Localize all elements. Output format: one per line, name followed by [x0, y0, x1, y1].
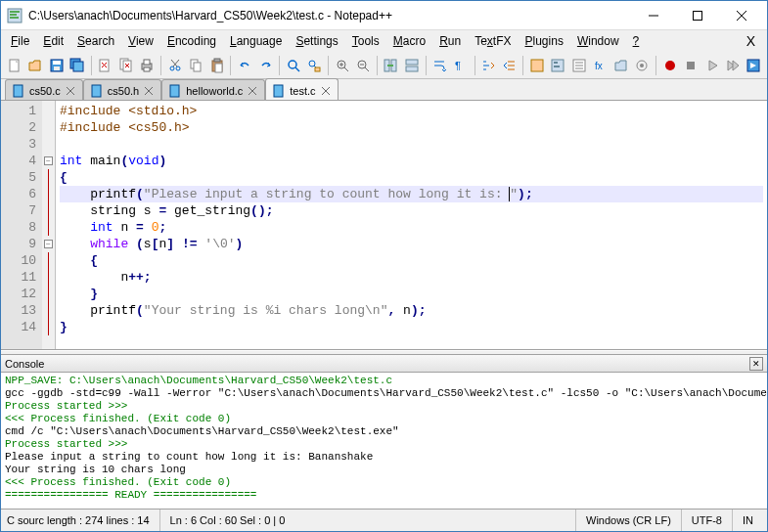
redo-icon[interactable] — [256, 55, 275, 76]
fold-margin[interactable]: −− — [42, 101, 56, 349]
secondary-close-icon[interactable]: X — [739, 33, 763, 49]
zoom-out-icon[interactable] — [353, 55, 372, 76]
console-output[interactable]: NPP_SAVE: C:\Users\anach\Documents\Harva… — [1, 373, 767, 510]
svg-rect-48 — [406, 66, 418, 71]
menu-encoding[interactable]: Encoding — [161, 32, 222, 50]
svg-line-34 — [295, 67, 299, 71]
play-multi-icon[interactable] — [723, 55, 742, 76]
code-area[interactable]: #include <stdio.h>#include <cs50.h>int m… — [56, 101, 767, 349]
doc-map-icon[interactable] — [549, 55, 567, 76]
menu-run[interactable]: Run — [433, 32, 467, 50]
tab-label: cs50.h — [108, 85, 139, 97]
svg-rect-73 — [92, 85, 101, 97]
svg-rect-29 — [194, 63, 201, 71]
svg-rect-3 — [10, 17, 19, 19]
menu-help[interactable]: ? — [627, 32, 646, 50]
menu-window[interactable]: Window — [571, 32, 625, 50]
tabbar: cs50.ccs50.hhelloworld.ctest.c — [1, 79, 767, 101]
copy-icon[interactable] — [187, 55, 205, 76]
outdent-icon[interactable] — [500, 55, 519, 76]
status-eol[interactable]: Windows (CR LF) — [575, 510, 681, 531]
console-close-icon[interactable]: ✕ — [749, 357, 763, 371]
tab-label: test.c — [290, 85, 315, 97]
find-icon[interactable] — [284, 55, 302, 76]
tab-close-icon[interactable] — [143, 85, 155, 97]
menu-settings[interactable]: Settings — [290, 32, 343, 50]
line-number-gutter: 1234567891011121314 — [1, 101, 42, 349]
show-all-chars-icon[interactable]: ¶ — [451, 55, 470, 76]
tab-cs50-h[interactable]: cs50.h — [83, 79, 161, 100]
cut-icon[interactable] — [165, 55, 184, 76]
svg-rect-70 — [14, 85, 23, 97]
tab-test-c[interactable]: test.c — [265, 78, 338, 100]
status-length: C sourc length : 274 lines : 14 — [5, 510, 159, 531]
tab-helloworld-c[interactable]: helloworld.c — [161, 79, 265, 100]
menu-file[interactable]: File — [5, 32, 35, 50]
svg-rect-59 — [554, 66, 560, 67]
sync-h-icon[interactable] — [402, 55, 421, 76]
save-icon[interactable] — [47, 55, 66, 76]
menu-search[interactable]: Search — [71, 32, 120, 50]
replace-icon[interactable] — [305, 55, 324, 76]
tab-close-icon[interactable] — [247, 85, 258, 97]
svg-rect-23 — [144, 67, 150, 71]
record-macro-icon[interactable] — [660, 55, 679, 76]
doc-list-icon[interactable] — [569, 55, 588, 76]
indent-guide-icon[interactable] — [478, 55, 497, 76]
svg-rect-10 — [53, 61, 61, 65]
menu-macro[interactable]: Macro — [387, 32, 431, 50]
svg-line-44 — [365, 67, 369, 71]
tab-close-icon[interactable] — [320, 85, 332, 97]
udl-icon[interactable] — [527, 55, 546, 76]
maximize-button[interactable] — [675, 1, 719, 29]
sync-v-icon[interactable] — [382, 55, 400, 76]
tab-cs50-c[interactable]: cs50.c — [5, 79, 83, 100]
menu-tools[interactable]: Tools — [346, 32, 385, 50]
new-file-icon[interactable] — [5, 55, 23, 76]
close-file-icon[interactable] — [96, 55, 114, 76]
titlebar[interactable]: C:\Users\anach\Documents\Harvard_CS50\We… — [1, 1, 767, 30]
monitor-icon[interactable] — [633, 55, 652, 76]
minimize-button[interactable] — [631, 1, 675, 29]
stop-macro-icon[interactable] — [681, 55, 700, 76]
menu-textfx[interactable]: TextFX — [469, 32, 517, 50]
status-encoding[interactable]: UTF-8 — [681, 510, 732, 531]
svg-rect-56 — [531, 60, 543, 71]
file-icon — [168, 84, 182, 98]
zoom-in-icon[interactable] — [333, 55, 351, 76]
close-button[interactable] — [719, 1, 763, 29]
svg-rect-76 — [170, 85, 179, 97]
menu-edit[interactable]: Edit — [37, 32, 69, 50]
app-icon — [7, 8, 23, 23]
svg-rect-68 — [687, 62, 695, 69]
play-macro-icon[interactable] — [702, 55, 721, 76]
tab-label: helloworld.c — [186, 85, 243, 97]
svg-rect-32 — [215, 64, 222, 72]
close-all-icon[interactable] — [116, 55, 135, 76]
svg-rect-37 — [315, 67, 320, 71]
menu-language[interactable]: Language — [224, 32, 288, 50]
wordwrap-icon[interactable] — [430, 55, 449, 76]
tab-label: cs50.c — [29, 85, 61, 97]
menu-view[interactable]: View — [122, 32, 159, 50]
svg-text:¶: ¶ — [455, 60, 461, 71]
save-all-icon[interactable] — [68, 55, 86, 76]
open-file-icon[interactable] — [25, 55, 44, 76]
toolbar: ¶ fx — [1, 52, 767, 79]
func-list-icon[interactable]: fx — [591, 55, 610, 76]
undo-icon[interactable] — [235, 55, 253, 76]
file-icon — [90, 84, 104, 98]
svg-point-66 — [640, 64, 644, 67]
editor[interactable]: 1234567891011121314 −− #include <stdio.h… — [1, 101, 767, 350]
svg-rect-31 — [214, 59, 220, 62]
console-header[interactable]: Console ✕ — [1, 355, 767, 373]
svg-point-24 — [170, 66, 174, 70]
status-insmode[interactable]: IN — [732, 510, 763, 531]
window-title: C:\Users\anach\Documents\Harvard_CS50\We… — [28, 9, 631, 22]
save-macro-icon[interactable] — [745, 55, 763, 76]
print-icon[interactable] — [138, 55, 157, 76]
tab-close-icon[interactable] — [65, 85, 76, 97]
menu-plugins[interactable]: Plugins — [520, 32, 569, 50]
paste-icon[interactable] — [207, 55, 226, 76]
folder-ws-icon[interactable] — [611, 55, 630, 76]
